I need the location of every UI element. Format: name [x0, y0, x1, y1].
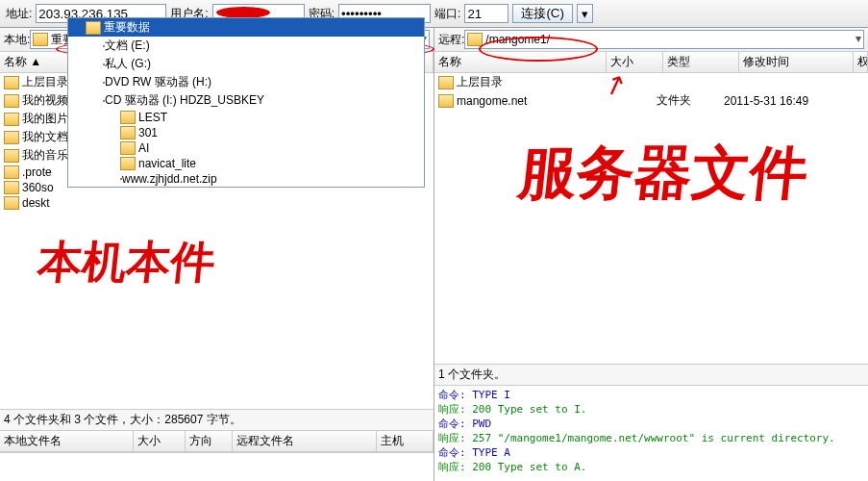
- folder-icon: [438, 94, 454, 108]
- item-label: 上层目录: [22, 74, 68, 90]
- folder-icon: [4, 113, 19, 126]
- folder-icon: [33, 33, 48, 46]
- tree-item[interactable]: 文档 (E:): [68, 37, 424, 55]
- list-item[interactable]: 上层目录: [434, 73, 868, 91]
- folder-icon: [4, 165, 19, 179]
- tree-item[interactable]: 私人 (G:): [68, 55, 424, 73]
- log-line: 命令: PWD: [438, 417, 864, 431]
- tree-item[interactable]: navicat_lite: [68, 156, 424, 171]
- item-label: deskt: [22, 196, 50, 210]
- log-key: 响应:: [438, 432, 466, 444]
- log-key: 命令:: [438, 389, 466, 401]
- tree-item[interactable]: 301: [68, 125, 424, 140]
- folder-icon: [120, 141, 136, 155]
- cell-name: 上层目录: [457, 74, 608, 90]
- folder-icon: [120, 111, 136, 124]
- folder-icon: [438, 76, 454, 89]
- cell-name: mangome.net: [457, 94, 608, 108]
- log-val: TYPE I: [472, 389, 510, 401]
- item-label: AI: [138, 141, 149, 155]
- folder-icon: [120, 157, 136, 170]
- item-label: 重要数据: [104, 19, 150, 36]
- log-line: 命令: TYPE A: [438, 445, 864, 460]
- queue-col-size[interactable]: 大小: [134, 431, 186, 451]
- log-key: 命令:: [438, 446, 466, 459]
- item-label: 我的图片: [22, 111, 68, 127]
- queue-col-remotename[interactable]: 远程文件名: [233, 431, 377, 451]
- port-input[interactable]: [464, 4, 508, 23]
- log-val: PWD: [472, 418, 491, 430]
- item-label: 私人 (G:): [105, 56, 151, 72]
- folder-icon: [4, 94, 19, 108]
- remote-label: 远程:: [438, 32, 464, 48]
- remote-file-list[interactable]: 上层目录mangome.net文件夹2011-5-31 16:49: [434, 73, 868, 364]
- tree-item[interactable]: CD 驱动器 (I:) HDZB_USBKEY: [68, 91, 424, 110]
- list-item[interactable]: mangome.net文件夹2011-5-31 16:49: [434, 91, 868, 110]
- log-key: 响应:: [438, 461, 466, 473]
- folder-icon: [4, 181, 19, 194]
- log-val: 200 Type set to I.: [472, 403, 586, 416]
- item-label: .prote: [22, 165, 52, 179]
- cell-type: 文件夹: [657, 92, 724, 109]
- ftp-log[interactable]: 命令: TYPE I响应: 200 Type set to I.命令: PWD响…: [434, 385, 868, 481]
- item-label: 360so: [22, 181, 54, 194]
- remote-columns[interactable]: 名称 大小 类型 修改时间 权限: [434, 52, 868, 73]
- item-label: DVD RW 驱动器 (H:): [105, 74, 211, 90]
- folder-icon: [467, 33, 483, 46]
- port-label: 端口:: [434, 6, 460, 22]
- log-val: TYPE A: [472, 446, 510, 459]
- tree-item[interactable]: AI: [68, 140, 424, 156]
- folder-icon: [4, 149, 19, 163]
- remote-path-combo[interactable]: /mangome1/: [464, 30, 864, 49]
- remote-pane: 远程: /mangome1/ 名称 大小 类型 修改时间 权限 上层目录mang…: [434, 28, 868, 481]
- item-label: 301: [138, 126, 158, 139]
- folder-icon: [86, 21, 101, 35]
- item-label: www.zjhjdd.net.zip: [122, 172, 217, 186]
- log-key: 命令:: [438, 418, 466, 430]
- log-line: 响应: 200 Type set to I.: [438, 402, 864, 417]
- folder-icon: [120, 126, 136, 139]
- sort-asc-icon: ▲: [30, 55, 41, 68]
- col-name: 名称: [4, 55, 27, 68]
- folder-icon: [4, 196, 19, 210]
- connect-dropdown-button[interactable]: ▾: [577, 4, 593, 23]
- log-key: 响应:: [438, 403, 466, 416]
- local-status: 4 个文件夹和 3 个文件，大小：285607 字节。: [0, 409, 434, 430]
- queue-col-host[interactable]: 主机: [377, 431, 434, 451]
- tree-item[interactable]: www.zjhjdd.net.zip: [68, 171, 424, 187]
- remote-path: /mangome1/: [485, 33, 550, 46]
- item-label: 文档 (E:): [105, 38, 150, 54]
- tree-item[interactable]: 重要数据: [68, 18, 424, 37]
- transfer-queue-header: 本地文件名 大小 方向 远程文件名 主机: [0, 430, 434, 452]
- local-label: 本地:: [4, 32, 30, 48]
- transfer-queue-empty: [0, 452, 434, 481]
- folder-icon: [4, 76, 19, 89]
- log-val: 200 Type set to A.: [472, 461, 586, 473]
- log-line: 命令: TYPE I: [438, 388, 864, 402]
- col-perm[interactable]: 权限: [854, 52, 868, 72]
- local-path-dropdown[interactable]: 重要数据文档 (E:)私人 (G:)DVD RW 驱动器 (H:)CD 驱动器 …: [67, 17, 425, 188]
- log-line: 响应: 200 Type set to A.: [438, 460, 864, 474]
- cell-mtime: 2011-5-31 16:49: [724, 94, 830, 108]
- address-label: 地址:: [6, 6, 32, 22]
- queue-col-dir[interactable]: 方向: [186, 431, 233, 451]
- tree-item[interactable]: DVD RW 驱动器 (H:): [68, 73, 424, 91]
- item-label: 我的音乐: [22, 147, 68, 164]
- connect-button[interactable]: 连接(C): [512, 4, 573, 23]
- remote-status: 1 个文件夹。: [434, 364, 868, 385]
- log-line: 响应: 257 "/mangome1/mangome.net/wwwroot" …: [438, 431, 864, 445]
- item-label: 我的文档: [22, 129, 68, 145]
- col-name[interactable]: 名称: [434, 52, 607, 72]
- folder-icon: [4, 131, 19, 144]
- queue-col-localname[interactable]: 本地文件名: [0, 431, 134, 451]
- col-type[interactable]: 类型: [663, 52, 739, 72]
- col-mtime[interactable]: 修改时间: [739, 52, 854, 72]
- log-val: 257 "/mangome1/mangome.net/wwwroot" is c…: [472, 432, 835, 444]
- tree-item[interactable]: LEST: [68, 110, 424, 125]
- item-label: LEST: [138, 111, 167, 124]
- item-label: CD 驱动器 (I:) HDZB_USBKEY: [105, 92, 264, 109]
- col-size[interactable]: 大小: [607, 52, 663, 72]
- item-label: 我的视频: [22, 92, 68, 109]
- list-item[interactable]: deskt: [0, 195, 434, 211]
- local-pane: 本地: 重要数据 名称 ▲ 上层目录我的视频我的图片我的文档我的音乐.prote…: [0, 28, 434, 481]
